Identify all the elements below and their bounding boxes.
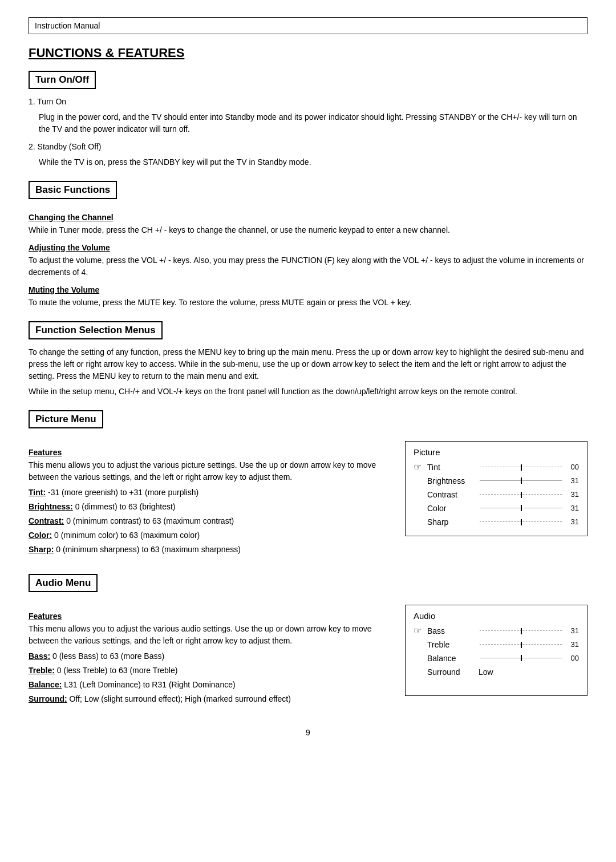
header-box: Instruction Manual bbox=[29, 17, 587, 34]
contrast-marker bbox=[521, 492, 522, 498]
picture-row-brightness-label: Brightness bbox=[427, 476, 479, 485]
audio-row-treble: ☞ Treble 31 bbox=[414, 639, 579, 650]
picture-row-sharp-label: Sharp bbox=[427, 517, 479, 527]
audio-feature-surround: Surround: Off; Low (slight surround effe… bbox=[29, 693, 394, 705]
muting-volume-text: To mute the volume, press the MUTE key. … bbox=[29, 297, 587, 309]
section-title-function-selection-menus: Function Selection Menus bbox=[29, 321, 163, 339]
audio-row-balance: ☞ Balance 00 bbox=[414, 653, 579, 663]
contrast-track bbox=[480, 494, 562, 495]
picture-features-intro: This menu allows you to adjust the vario… bbox=[29, 459, 394, 483]
audio-menu-box: Audio ☞ Bass 31 ☞ Treble bbox=[405, 605, 587, 711]
audio-row-treble-label: Treble bbox=[427, 640, 479, 649]
picture-feature-brightness-label: Brightness: bbox=[29, 502, 73, 511]
turn-on-heading: 1. Turn On bbox=[29, 96, 587, 108]
subsection-muting-volume: Muting the Volume bbox=[29, 285, 587, 294]
audio-row-bass-label: Bass bbox=[427, 626, 479, 636]
picture-brightness-slider: 31 bbox=[479, 476, 579, 485]
audio-row-balance-label: Balance bbox=[427, 654, 479, 663]
picture-row-brightness: ☞ Brightness 31 bbox=[414, 475, 579, 486]
balance-marker bbox=[521, 655, 522, 661]
header-label: Instruction Manual bbox=[35, 21, 100, 30]
picture-feature-tint-label: Tint: bbox=[29, 488, 46, 497]
brightness-marker bbox=[521, 477, 522, 484]
section-title-audio-menu: Audio Menu bbox=[29, 574, 98, 592]
sharp-value: 31 bbox=[563, 517, 579, 526]
section-title-basic-functions: Basic Functions bbox=[29, 181, 117, 199]
subsection-changing-channel: Changing the Channel bbox=[29, 213, 587, 222]
bass-track bbox=[480, 630, 562, 631]
bass-value: 31 bbox=[563, 626, 579, 635]
audio-features-intro: This menu allows you to adjust the vario… bbox=[29, 623, 394, 647]
picture-menu-left: Features This menu allows you to adjust … bbox=[29, 441, 394, 561]
audio-features-heading: Features bbox=[29, 612, 394, 621]
surround-value: Low bbox=[479, 667, 493, 677]
cursor-icon-tint: ☞ bbox=[414, 462, 425, 472]
bass-marker bbox=[521, 628, 522, 634]
picture-row-tint: ☞ Tint 00 bbox=[414, 462, 579, 472]
adjusting-volume-text: To adjust the volume, press the VOL +/ -… bbox=[29, 254, 587, 278]
changing-channel: Changing the Channel While in Tuner mode… bbox=[29, 213, 587, 236]
audio-feature-balance-label: Balance: bbox=[29, 680, 62, 689]
treble-value: 31 bbox=[563, 640, 579, 649]
picture-feature-color-label: Color: bbox=[29, 531, 52, 540]
section-picture-menu: Picture Menu Features This menu allows y… bbox=[29, 410, 587, 561]
picture-feature-list: Tint: -31 (more greenish) to +31 (more p… bbox=[29, 487, 394, 556]
cursor-icon-bass: ☞ bbox=[414, 625, 425, 636]
picture-row-color: ☞ Color 31 bbox=[414, 503, 579, 513]
audio-bass-slider: 31 bbox=[479, 626, 579, 635]
main-title: FUNCTIONS & FEATURES bbox=[29, 46, 587, 60]
audio-feature-treble-label: Treble: bbox=[29, 666, 55, 675]
changing-channel-text: While in Tuner mode, press the CH +/ - k… bbox=[29, 224, 587, 236]
picture-feature-color: Color: 0 (minimum color) to 63 (maximum … bbox=[29, 529, 394, 541]
color-track bbox=[480, 508, 562, 508]
balance-track bbox=[480, 658, 562, 658]
brightness-value: 31 bbox=[563, 476, 579, 485]
standby-text: While the TV is on, press the STANDBY ke… bbox=[29, 156, 587, 168]
picture-row-contrast: ☞ Contrast 31 bbox=[414, 489, 579, 500]
picture-row-sharp: ☞ Sharp 31 bbox=[414, 516, 579, 527]
picture-feature-sharp: Sharp: 0 (minimum sharpness) to 63 (maxi… bbox=[29, 544, 394, 556]
function-menus-para2: While in the setup menu, CH-/+ and VOL-/… bbox=[29, 386, 587, 398]
tint-track bbox=[480, 467, 562, 467]
picture-features-heading: Features bbox=[29, 448, 394, 457]
audio-treble-slider: 31 bbox=[479, 640, 579, 649]
muting-volume: Muting the Volume To mute the volume, pr… bbox=[29, 285, 587, 309]
turn-on-text: Plug in the power cord, and the TV shoul… bbox=[29, 111, 587, 135]
picture-tint-slider: 00 bbox=[479, 463, 579, 471]
picture-feature-tint: Tint: -31 (more greenish) to +31 (more p… bbox=[29, 487, 394, 499]
picture-feature-contrast: Contrast: 0 (minimum contrast) to 63 (ma… bbox=[29, 515, 394, 527]
turn-on-item: 1. Turn On Plug in the power cord, and t… bbox=[29, 96, 587, 135]
tint-value: 00 bbox=[563, 463, 579, 471]
tint-marker bbox=[521, 464, 522, 471]
brightness-track bbox=[480, 480, 562, 481]
picture-feature-contrast-label: Contrast: bbox=[29, 516, 64, 525]
audio-feature-treble: Treble: 0 (less Treble) to 63 (more Treb… bbox=[29, 665, 394, 677]
sharp-marker bbox=[521, 519, 522, 525]
audio-feature-surround-label: Surround: bbox=[29, 694, 67, 703]
picture-menu-display-box: Picture ☞ Tint 00 ☞ Brightness bbox=[405, 441, 587, 536]
section-function-selection-menus: Function Selection Menus To change the s… bbox=[29, 321, 587, 398]
audio-menu-left: Features This menu allows you to adjust … bbox=[29, 605, 394, 711]
subsection-adjusting-volume: Adjusting the Volume bbox=[29, 243, 587, 252]
audio-row-surround-label: Surround bbox=[427, 667, 479, 677]
color-value: 31 bbox=[563, 504, 579, 512]
section-basic-functions: Basic Functions Changing the Channel Whi… bbox=[29, 181, 587, 309]
contrast-value: 31 bbox=[563, 490, 579, 499]
audio-balance-slider: 00 bbox=[479, 654, 579, 662]
picture-contrast-slider: 31 bbox=[479, 490, 579, 499]
picture-box-title: Picture bbox=[414, 447, 579, 457]
picture-menu-content: Features This menu allows you to adjust … bbox=[29, 441, 587, 561]
picture-feature-sharp-label: Sharp: bbox=[29, 545, 54, 554]
standby-heading: 2. Standby (Soft Off) bbox=[29, 141, 587, 153]
color-marker bbox=[521, 505, 522, 511]
page-number: 9 bbox=[29, 728, 587, 737]
section-title-turn-on-off: Turn On/Off bbox=[29, 71, 96, 89]
audio-box-title: Audio bbox=[414, 611, 579, 621]
treble-marker bbox=[521, 642, 522, 648]
audio-menu-content: Features This menu allows you to adjust … bbox=[29, 605, 587, 711]
adjusting-volume: Adjusting the Volume To adjust the volum… bbox=[29, 243, 587, 278]
audio-menu-display-box: Audio ☞ Bass 31 ☞ Treble bbox=[405, 605, 587, 696]
picture-color-slider: 31 bbox=[479, 504, 579, 512]
section-title-picture-menu: Picture Menu bbox=[29, 410, 103, 428]
section-audio-menu: Audio Menu Features This menu allows you… bbox=[29, 574, 587, 711]
